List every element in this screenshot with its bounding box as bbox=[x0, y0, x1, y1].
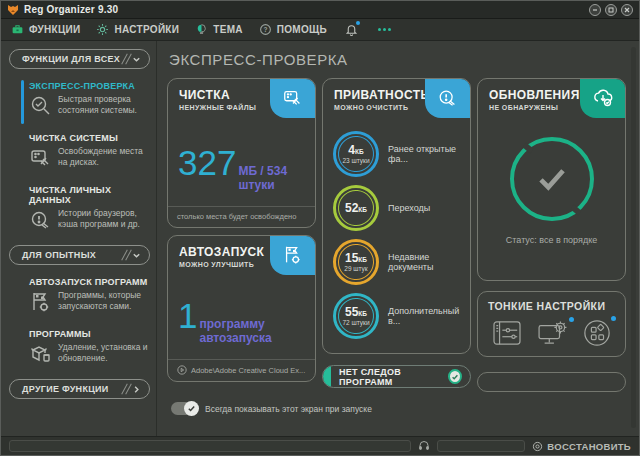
gear-icon bbox=[96, 23, 109, 36]
sidebar-item-private-data-cleanup[interactable]: ЧИСТКА ЛИЧНЫХ ДАННЫХ Истории браузеров, … bbox=[9, 183, 150, 234]
more-menu-icon[interactable] bbox=[378, 28, 391, 31]
app-window: Reg Organizer 9.30 ФУНКЦИИ НАСТРОЙКИ ТЕМ… bbox=[0, 0, 640, 456]
card-updates[interactable]: ОБНОВЛЕНИЯ НЕ ОБНАРУЖЕНЫ Статус: все в п… bbox=[477, 78, 626, 281]
widgets-icon[interactable] bbox=[583, 319, 611, 347]
cleanup-brush-icon bbox=[29, 146, 53, 170]
menu-functions[interactable]: ФУНКЦИИ bbox=[11, 23, 80, 36]
title-bar: Reg Organizer 9.30 bbox=[1, 1, 639, 19]
show-on-startup-toggle[interactable] bbox=[171, 402, 198, 415]
updates-badge-icon bbox=[580, 78, 626, 118]
sidebar-item-autorun-programs[interactable]: АВТОЗАПУСК ПРОГРАММ Программы, которые з… bbox=[9, 275, 150, 316]
window-title: Reg Organizer 9.30 bbox=[24, 4, 118, 15]
check-circle-icon bbox=[448, 369, 462, 384]
menu-bar: ФУНКЦИИ НАСТРОЙКИ ТЕМА ? ПОМОЩЬ bbox=[1, 19, 639, 41]
sidebar-item-system-cleanup[interactable]: ЧИСТКА СИСТЕМЫ Освобождение места на дис… bbox=[9, 131, 150, 172]
autorun-footer: Adobe\Adobe Creative Cloud Ex... bbox=[168, 359, 315, 381]
privacy-item-additional[interactable]: 55КБ 72 штуки Дополнительный в... bbox=[333, 293, 462, 339]
system-tweaks-icon[interactable] bbox=[537, 320, 569, 346]
menu-settings-label: НАСТРОЙКИ bbox=[114, 24, 179, 35]
window-controls bbox=[589, 4, 633, 16]
sidebar-group-functions-for-all[interactable]: ФУНКЦИИ ДЛЯ ВСЕХ bbox=[9, 49, 150, 69]
no-traces-status[interactable]: НЕТ СЛЕДОВ ПРОГРАММ bbox=[322, 365, 471, 388]
minimize-button[interactable] bbox=[589, 4, 601, 16]
sidebar-group-for-experienced[interactable]: ДЛЯ ОПЫТНЫХ bbox=[9, 245, 150, 265]
privacy-item-recent-documents[interactable]: 15КБ 29 штук Недавние документы bbox=[333, 239, 462, 285]
status-bar: ВОССТАНОВИТЬ bbox=[1, 436, 639, 455]
notification-dot bbox=[569, 317, 574, 322]
maximize-button[interactable] bbox=[605, 4, 617, 16]
page-title: ЭКСПРЕСС-ПРОВЕРКА bbox=[169, 51, 627, 68]
sidebar-item-express-check[interactable]: ЭКСПРЕСС-ПРОВЕРКА Быстрая проверка состо… bbox=[9, 79, 150, 120]
check-icon bbox=[530, 157, 574, 201]
theme-bulb-icon bbox=[195, 23, 208, 36]
app-logo-icon bbox=[7, 4, 19, 16]
sidebar-group-other-functions[interactable]: ДРУГИЕ ФУНКЦИИ bbox=[9, 379, 150, 399]
card-fine-settings[interactable]: ТОНКИЕ НАСТРОЙКИ bbox=[477, 291, 626, 357]
chevron-down-icon bbox=[124, 249, 141, 261]
status-panel-mid bbox=[437, 440, 525, 452]
restore-icon bbox=[532, 441, 543, 452]
autorun-badge-icon bbox=[270, 235, 316, 275]
sidebar: ФУНКЦИИ ДЛЯ ВСЕХ ЭКСПРЕСС-ПРОВЕРКА Быстр… bbox=[1, 41, 157, 438]
startup-toggle-row: Всегда показывать этот экран при запуске bbox=[171, 402, 627, 415]
menu-theme[interactable]: ТЕМА bbox=[195, 23, 243, 36]
play-circle-icon bbox=[177, 365, 187, 375]
status-panel-left bbox=[9, 440, 411, 452]
empty-status-pill bbox=[477, 372, 626, 392]
toggle-label: Всегда показывать этот экран при запуске bbox=[205, 404, 372, 414]
notifications-bell[interactable] bbox=[345, 23, 358, 36]
close-button[interactable] bbox=[621, 4, 633, 16]
help-icon: ? bbox=[259, 23, 272, 36]
content-area: ФУНКЦИИ ДЛЯ ВСЕХ ЭКСПРЕСС-ПРОВЕРКА Быстр… bbox=[1, 41, 639, 438]
privacy-ring: 15КБ 29 штук bbox=[333, 239, 379, 285]
privacy-ring: 55КБ 72 штуки bbox=[333, 293, 379, 339]
autorun-value: 1 bbox=[178, 298, 197, 333]
vertical-scrollbar[interactable] bbox=[631, 47, 636, 428]
updates-status-text: Статус: все в порядке bbox=[506, 235, 597, 245]
privacy-ring: 52КБ bbox=[333, 185, 379, 231]
chevron-down-icon bbox=[124, 53, 141, 65]
sidebar-item-programs[interactable]: ПРОГРАММЫ Удаление, установка и обновлен… bbox=[9, 327, 150, 368]
toggle-check-icon bbox=[184, 401, 199, 416]
menu-help-label: ПОМОЩЬ bbox=[277, 24, 327, 35]
cleanup-value: 327 bbox=[178, 145, 236, 180]
restore-button[interactable]: ВОССТАНОВИТЬ bbox=[532, 441, 631, 452]
svg-text:?: ? bbox=[263, 26, 267, 33]
privacy-badge-icon bbox=[425, 78, 471, 118]
card-privacy[interactable]: ПРИВАТНОСТЬ МОЖНО ОЧИСТИТЬ 4КБ bbox=[322, 78, 471, 354]
chevron-right-icon bbox=[124, 383, 141, 395]
notification-dot bbox=[611, 316, 616, 321]
menu-help[interactable]: ? ПОМОЩЬ bbox=[259, 23, 327, 36]
flag-gear-icon bbox=[29, 290, 53, 314]
main-panel: ЭКСПРЕСС-ПРОВЕРКА ЧИСТКА НЕНУЖНЫЕ ФАЙЛЫ bbox=[157, 41, 639, 438]
menu-settings[interactable]: НАСТРОЙКИ bbox=[96, 23, 179, 36]
privacy-item-recent-files[interactable]: 4КБ 23 штуки Ранее открытые фа... bbox=[333, 131, 462, 177]
updates-ok-ring bbox=[510, 137, 594, 221]
support-headset-icon[interactable] bbox=[418, 440, 430, 452]
cleanup-badge-icon bbox=[270, 78, 316, 118]
privacy-brush-icon bbox=[29, 208, 53, 232]
privacy-ring: 4КБ 23 штуки bbox=[333, 131, 379, 177]
briefcase-icon bbox=[11, 23, 24, 36]
cards-grid: ЧИСТКА НЕНУЖНЫЕ ФАЙЛЫ 327 МБ / 534 штуки… bbox=[167, 78, 627, 392]
magnifier-check-icon bbox=[29, 94, 53, 118]
box-uninstall-icon bbox=[29, 342, 53, 366]
active-indicator bbox=[21, 80, 24, 124]
card-cleanup[interactable]: ЧИСТКА НЕНУЖНЫЕ ФАЙЛЫ 327 МБ / 534 штуки… bbox=[167, 78, 316, 228]
menu-theme-label: ТЕМА bbox=[213, 24, 243, 35]
tweaks-panel-icon[interactable] bbox=[492, 320, 522, 346]
autorun-suffix: программу автозапуска bbox=[199, 317, 305, 345]
cleanup-suffix: МБ / 534 штуки bbox=[238, 164, 305, 192]
menu-functions-label: ФУНКЦИИ bbox=[29, 24, 80, 35]
privacy-item-jumps[interactable]: 52КБ Переходы bbox=[333, 185, 462, 231]
traces-accent bbox=[322, 365, 331, 388]
cleanup-footer: столько места будет освобождено bbox=[168, 206, 315, 227]
privacy-list: 4КБ 23 штуки Ранее открытые фа... bbox=[323, 111, 470, 339]
card-autorun[interactable]: АВТОЗАПУСК МОЖНО УЛУЧШИТЬ 1 программу ав… bbox=[167, 235, 316, 382]
notification-dot bbox=[356, 21, 360, 25]
